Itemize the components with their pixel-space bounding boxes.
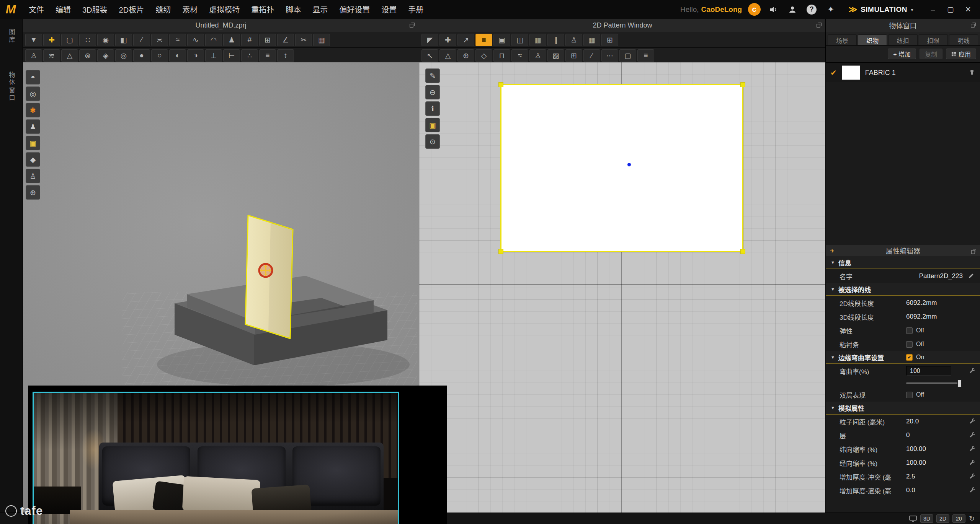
fabric-list-item[interactable]: ✔ FABRIC 1: [826, 63, 980, 83]
rect-trace-tool[interactable]: ▢: [619, 49, 636, 62]
curvature-toggle-checkbox[interactable]: ✔ On: [906, 354, 924, 361]
curvature-rate-slider[interactable]: [826, 378, 980, 388]
add-rect-tool[interactable]: ▣: [493, 34, 510, 46]
menu-manual[interactable]: 手册: [402, 2, 429, 17]
show-folder-toggle[interactable]: ▣: [26, 136, 40, 150]
edit-sewing-tool[interactable]: ∕: [133, 34, 150, 46]
height-tool[interactable]: ↕: [277, 49, 294, 62]
pattern-corner-point[interactable]: [498, 249, 503, 254]
wind-tool[interactable]: ≋: [43, 49, 60, 62]
tab-scene[interactable]: 场景: [828, 34, 857, 45]
menu-3d-garment[interactable]: 3D服装: [77, 2, 113, 17]
wrench-icon[interactable]: [969, 431, 976, 438]
menu-material[interactable]: 素材: [176, 2, 203, 17]
section-simulation[interactable]: ▼ 模拟属性: [826, 402, 980, 415]
folder-display-toggle[interactable]: ▣: [425, 118, 440, 132]
menu-retopology[interactable]: 重拓扑: [245, 2, 280, 17]
segment-sewing-tool[interactable]: ≍: [151, 34, 168, 46]
slider-handle[interactable]: [957, 380, 962, 387]
add-pattern-tool[interactable]: ■: [475, 34, 492, 46]
fabric-detail-icon[interactable]: [969, 69, 975, 76]
show-particle-toggle[interactable]: ✱: [26, 103, 40, 117]
mesh-grid-tool[interactable]: ▦: [313, 34, 330, 46]
interlining-checkbox[interactable]: Off: [906, 341, 924, 348]
collapse-arrow-icon[interactable]: [829, 248, 835, 254]
layers-tool[interactable]: ≡: [259, 49, 276, 62]
select-box-tool[interactable]: ▢: [61, 34, 78, 46]
fabric-fill-tool[interactable]: ▨: [547, 49, 564, 62]
copy-button[interactable]: 复制: [920, 49, 942, 59]
sewing-curve-tool[interactable]: ◠: [205, 34, 222, 46]
dart-tool[interactable]: △: [439, 49, 456, 62]
edit-point-tool[interactable]: ↗: [457, 34, 474, 46]
add-button[interactable]: + 增加: [888, 49, 916, 59]
dotted-line-tool[interactable]: ⋯: [601, 49, 618, 62]
notch-tool[interactable]: ◇: [475, 49, 492, 62]
whats-new-icon[interactable]: ✦: [824, 3, 838, 16]
pattern-2d-canvas[interactable]: ✎⊖ℹ▣⊙: [419, 62, 826, 513]
wrench-icon[interactable]: [969, 487, 976, 493]
fabric-swatch[interactable]: [842, 65, 860, 80]
points-tool[interactable]: ∴: [241, 49, 258, 62]
wrench-icon[interactable]: [969, 418, 976, 425]
pattern-corner-point[interactable]: [740, 82, 745, 87]
shade-left-tool[interactable]: ◐: [169, 49, 186, 62]
simulate-tool[interactable]: ▼: [25, 34, 42, 46]
align-tool[interactable]: ≡: [637, 49, 654, 62]
wrench-icon[interactable]: [969, 473, 976, 480]
tab-fabric[interactable]: 织物: [858, 34, 887, 45]
shade-right-tool[interactable]: ◑: [187, 49, 204, 62]
sphere-brush-tool[interactable]: ◎: [115, 49, 132, 62]
refresh-icon[interactable]: ↻: [969, 514, 975, 523]
show-avatar-2d-tool[interactable]: ♙: [565, 34, 582, 46]
arrangement-points-tool[interactable]: ∷: [79, 34, 96, 46]
minimize-button[interactable]: –: [924, 0, 942, 19]
select-move-tool[interactable]: ✚: [43, 34, 60, 46]
speaker-icon[interactable]: [766, 3, 780, 16]
avatar-display-tool[interactable]: ♟: [223, 34, 240, 46]
tab-button[interactable]: 纽扣: [888, 34, 917, 45]
status-3d-badge[interactable]: 3D: [920, 514, 933, 523]
section-selected-line[interactable]: ▼ 被选择的线: [826, 283, 980, 296]
perpendicular-tool[interactable]: ⊥: [205, 49, 222, 62]
help-icon[interactable]: ?: [805, 3, 818, 16]
undock-icon[interactable]: [816, 22, 822, 28]
menu-avatar[interactable]: 虚拟模特: [203, 2, 245, 17]
tape-avatar-tool[interactable]: #: [241, 34, 258, 46]
wrench-icon[interactable]: [969, 367, 976, 374]
pleat-tool[interactable]: ∥: [547, 34, 564, 46]
collision-tool[interactable]: ⊗: [79, 49, 96, 62]
move-gizmo[interactable]: [259, 264, 272, 277]
grid-tool[interactable]: ▦: [583, 34, 600, 46]
fold-arrangement-tool[interactable]: ◧: [115, 34, 132, 46]
menu-sewing[interactable]: 缝纫: [150, 2, 176, 17]
menu-script[interactable]: 脚本: [280, 2, 307, 17]
menu-preferences[interactable]: 偏好设置: [333, 2, 376, 17]
cloud-account-icon[interactable]: c: [747, 3, 761, 16]
pattern-avatar-tool[interactable]: ♙: [529, 49, 546, 62]
tack-tool[interactable]: ⊢: [223, 49, 240, 62]
double-layer-checkbox[interactable]: Off: [906, 391, 924, 398]
pattern-corner-point[interactable]: [740, 249, 745, 254]
baseline-grid-tool[interactable]: ⊞: [565, 49, 582, 62]
seam-allowance-tool[interactable]: ⊓: [493, 49, 510, 62]
undock-icon[interactable]: [409, 22, 415, 28]
tape-grid-tool[interactable]: ⊞: [259, 34, 276, 46]
edit-pencil-icon[interactable]: [968, 273, 974, 279]
menu-file[interactable]: 文件: [23, 2, 50, 17]
texture-grid-tool[interactable]: ⊞: [601, 34, 618, 46]
gravity-tool[interactable]: △: [61, 49, 78, 62]
apply-button[interactable]: 应用: [946, 49, 976, 59]
section-edge-curvature[interactable]: ▼ 边缘弯曲率设置 ✔ On: [826, 351, 980, 364]
free-sewing-tool[interactable]: ≈: [169, 34, 186, 46]
show-garment-toggle[interactable]: ◎: [26, 86, 40, 101]
hollow-brush-tool[interactable]: ○: [151, 49, 168, 62]
info-display-toggle[interactable]: ℹ: [425, 101, 440, 116]
account-avatar-icon[interactable]: [786, 3, 799, 16]
show-mannequin-toggle[interactable]: ♙: [26, 169, 40, 183]
pen-display-toggle[interactable]: ✎: [425, 68, 440, 83]
cut-tool[interactable]: ✂: [295, 34, 312, 46]
elastic-checkbox[interactable]: Off: [906, 327, 924, 334]
solid-brush-tool[interactable]: ●: [133, 49, 150, 62]
reference-image-window[interactable]: [28, 386, 447, 524]
